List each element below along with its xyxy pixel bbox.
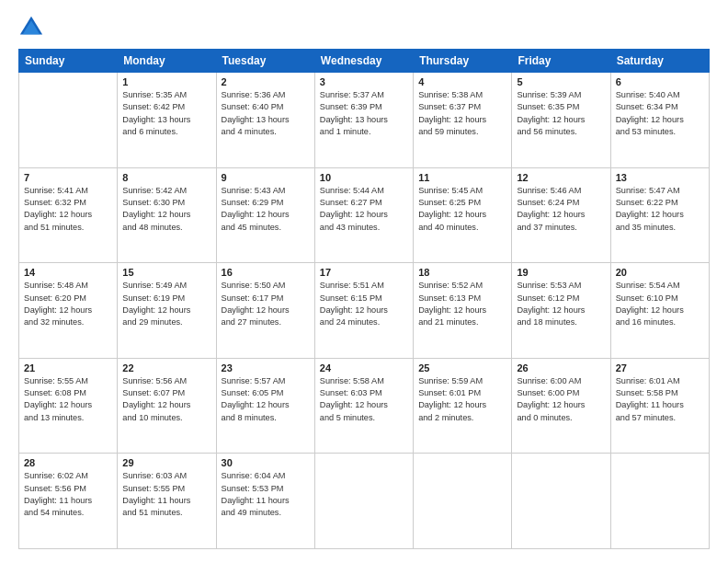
calendar-cell: 19Sunrise: 5:53 AM Sunset: 6:12 PM Dayli… <box>512 263 610 359</box>
day-number: 29 <box>122 457 210 468</box>
day-info: Sunrise: 5:47 AM Sunset: 6:22 PM Dayligh… <box>616 185 704 234</box>
weekday-wednesday: Wednesday <box>314 50 413 73</box>
day-number: 27 <box>616 362 704 373</box>
calendar-cell: 23Sunrise: 5:57 AM Sunset: 6:05 PM Dayli… <box>216 358 314 454</box>
calendar-table: SundayMondayTuesdayWednesdayThursdayFrid… <box>18 49 710 549</box>
day-info: Sunrise: 5:38 AM Sunset: 6:37 PM Dayligh… <box>418 89 506 138</box>
day-number: 9 <box>222 172 310 183</box>
day-number: 6 <box>616 76 704 87</box>
calendar-cell: 15Sunrise: 5:49 AM Sunset: 6:19 PM Dayli… <box>118 263 216 359</box>
day-info: Sunrise: 5:40 AM Sunset: 6:34 PM Dayligh… <box>616 89 704 138</box>
page: SundayMondayTuesdayWednesdayThursdayFrid… <box>0 0 728 563</box>
day-number: 15 <box>122 267 210 278</box>
calendar-cell: 14Sunrise: 5:48 AM Sunset: 6:20 PM Dayli… <box>19 263 118 359</box>
weekday-monday: Monday <box>118 50 216 73</box>
week-row-3: 14Sunrise: 5:48 AM Sunset: 6:20 PM Dayli… <box>19 263 710 359</box>
day-number: 17 <box>320 267 408 278</box>
weekday-sunday: Sunday <box>19 50 118 73</box>
calendar-cell: 12Sunrise: 5:46 AM Sunset: 6:24 PM Dayli… <box>512 167 610 263</box>
calendar-cell: 28Sunrise: 6:02 AM Sunset: 5:56 PM Dayli… <box>19 454 118 549</box>
calendar-cell: 29Sunrise: 6:03 AM Sunset: 5:55 PM Dayli… <box>118 454 216 549</box>
calendar-cell: 2Sunrise: 5:36 AM Sunset: 6:40 PM Daylig… <box>216 73 314 168</box>
weekday-thursday: Thursday <box>414 50 512 73</box>
calendar-cell: 26Sunrise: 6:00 AM Sunset: 6:00 PM Dayli… <box>512 358 610 454</box>
calendar-cell: 18Sunrise: 5:52 AM Sunset: 6:13 PM Dayli… <box>414 263 512 359</box>
weekday-header-row: SundayMondayTuesdayWednesdayThursdayFrid… <box>19 50 710 73</box>
calendar-cell <box>314 454 413 549</box>
day-info: Sunrise: 5:35 AM Sunset: 6:42 PM Dayligh… <box>122 89 210 138</box>
day-number: 30 <box>222 457 310 468</box>
calendar-cell: 9Sunrise: 5:43 AM Sunset: 6:29 PM Daylig… <box>216 167 314 263</box>
calendar-cell: 5Sunrise: 5:39 AM Sunset: 6:35 PM Daylig… <box>512 73 610 168</box>
day-number: 20 <box>616 267 704 278</box>
day-info: Sunrise: 5:50 AM Sunset: 6:17 PM Dayligh… <box>222 280 310 328</box>
week-row-1: 1Sunrise: 5:35 AM Sunset: 6:42 PM Daylig… <box>19 73 710 168</box>
day-number: 26 <box>517 362 605 373</box>
day-number: 13 <box>616 172 704 183</box>
day-number: 19 <box>517 267 605 278</box>
calendar-cell: 30Sunrise: 6:04 AM Sunset: 5:53 PM Dayli… <box>216 454 314 549</box>
calendar-cell: 3Sunrise: 5:37 AM Sunset: 6:39 PM Daylig… <box>314 73 413 168</box>
day-info: Sunrise: 5:53 AM Sunset: 6:12 PM Dayligh… <box>517 280 605 328</box>
calendar-cell: 6Sunrise: 5:40 AM Sunset: 6:34 PM Daylig… <box>610 73 709 168</box>
calendar-cell <box>19 73 118 168</box>
day-info: Sunrise: 5:45 AM Sunset: 6:25 PM Dayligh… <box>418 185 506 234</box>
day-info: Sunrise: 5:46 AM Sunset: 6:24 PM Dayligh… <box>517 185 605 234</box>
calendar-cell: 27Sunrise: 6:01 AM Sunset: 5:58 PM Dayli… <box>610 358 709 454</box>
logo-icon <box>18 14 44 40</box>
calendar-cell: 1Sunrise: 5:35 AM Sunset: 6:42 PM Daylig… <box>118 73 216 168</box>
weekday-friday: Friday <box>512 50 610 73</box>
day-info: Sunrise: 5:37 AM Sunset: 6:39 PM Dayligh… <box>320 89 408 138</box>
calendar-cell: 22Sunrise: 5:56 AM Sunset: 6:07 PM Dayli… <box>118 358 216 454</box>
day-info: Sunrise: 5:41 AM Sunset: 6:32 PM Dayligh… <box>24 185 112 234</box>
header <box>18 14 710 40</box>
calendar-cell <box>610 454 709 549</box>
day-info: Sunrise: 5:56 AM Sunset: 6:07 PM Dayligh… <box>122 375 210 424</box>
day-number: 18 <box>418 267 506 278</box>
day-number: 16 <box>222 267 310 278</box>
day-info: Sunrise: 5:43 AM Sunset: 6:29 PM Dayligh… <box>222 185 310 234</box>
day-number: 5 <box>517 76 605 87</box>
calendar-cell: 13Sunrise: 5:47 AM Sunset: 6:22 PM Dayli… <box>610 167 709 263</box>
day-info: Sunrise: 5:57 AM Sunset: 6:05 PM Dayligh… <box>222 375 310 424</box>
week-row-5: 28Sunrise: 6:02 AM Sunset: 5:56 PM Dayli… <box>19 454 710 549</box>
day-number: 12 <box>517 172 605 183</box>
day-info: Sunrise: 6:04 AM Sunset: 5:53 PM Dayligh… <box>222 470 310 519</box>
weekday-saturday: Saturday <box>610 50 709 73</box>
day-info: Sunrise: 5:58 AM Sunset: 6:03 PM Dayligh… <box>320 375 408 424</box>
week-row-4: 21Sunrise: 5:55 AM Sunset: 6:08 PM Dayli… <box>19 358 710 454</box>
day-info: Sunrise: 5:52 AM Sunset: 6:13 PM Dayligh… <box>418 280 506 328</box>
calendar-cell: 20Sunrise: 5:54 AM Sunset: 6:10 PM Dayli… <box>610 263 709 359</box>
day-info: Sunrise: 5:55 AM Sunset: 6:08 PM Dayligh… <box>24 375 112 424</box>
calendar-cell: 24Sunrise: 5:58 AM Sunset: 6:03 PM Dayli… <box>314 358 413 454</box>
logo <box>18 14 48 40</box>
day-number: 24 <box>320 362 408 373</box>
day-info: Sunrise: 6:02 AM Sunset: 5:56 PM Dayligh… <box>24 470 112 519</box>
calendar-cell: 16Sunrise: 5:50 AM Sunset: 6:17 PM Dayli… <box>216 263 314 359</box>
day-number: 28 <box>24 457 112 468</box>
day-number: 21 <box>24 362 112 373</box>
calendar-cell: 17Sunrise: 5:51 AM Sunset: 6:15 PM Dayli… <box>314 263 413 359</box>
calendar-cell: 11Sunrise: 5:45 AM Sunset: 6:25 PM Dayli… <box>414 167 512 263</box>
day-number: 11 <box>418 172 506 183</box>
day-info: Sunrise: 5:51 AM Sunset: 6:15 PM Dayligh… <box>320 280 408 328</box>
day-number: 14 <box>24 267 112 278</box>
calendar-cell <box>414 454 512 549</box>
day-info: Sunrise: 6:03 AM Sunset: 5:55 PM Dayligh… <box>122 470 210 519</box>
day-number: 23 <box>222 362 310 373</box>
day-number: 22 <box>122 362 210 373</box>
day-info: Sunrise: 5:49 AM Sunset: 6:19 PM Dayligh… <box>122 280 210 328</box>
day-info: Sunrise: 6:01 AM Sunset: 5:58 PM Dayligh… <box>616 375 704 424</box>
calendar-cell: 21Sunrise: 5:55 AM Sunset: 6:08 PM Dayli… <box>19 358 118 454</box>
calendar-cell: 25Sunrise: 5:59 AM Sunset: 6:01 PM Dayli… <box>414 358 512 454</box>
day-number: 3 <box>320 76 408 87</box>
day-info: Sunrise: 5:54 AM Sunset: 6:10 PM Dayligh… <box>616 280 704 328</box>
day-info: Sunrise: 5:42 AM Sunset: 6:30 PM Dayligh… <box>122 185 210 234</box>
day-info: Sunrise: 5:44 AM Sunset: 6:27 PM Dayligh… <box>320 185 408 234</box>
day-number: 8 <box>122 172 210 183</box>
day-info: Sunrise: 5:59 AM Sunset: 6:01 PM Dayligh… <box>418 375 506 424</box>
day-info: Sunrise: 6:00 AM Sunset: 6:00 PM Dayligh… <box>517 375 605 424</box>
day-number: 10 <box>320 172 408 183</box>
calendar-cell: 10Sunrise: 5:44 AM Sunset: 6:27 PM Dayli… <box>314 167 413 263</box>
week-row-2: 7Sunrise: 5:41 AM Sunset: 6:32 PM Daylig… <box>19 167 710 263</box>
